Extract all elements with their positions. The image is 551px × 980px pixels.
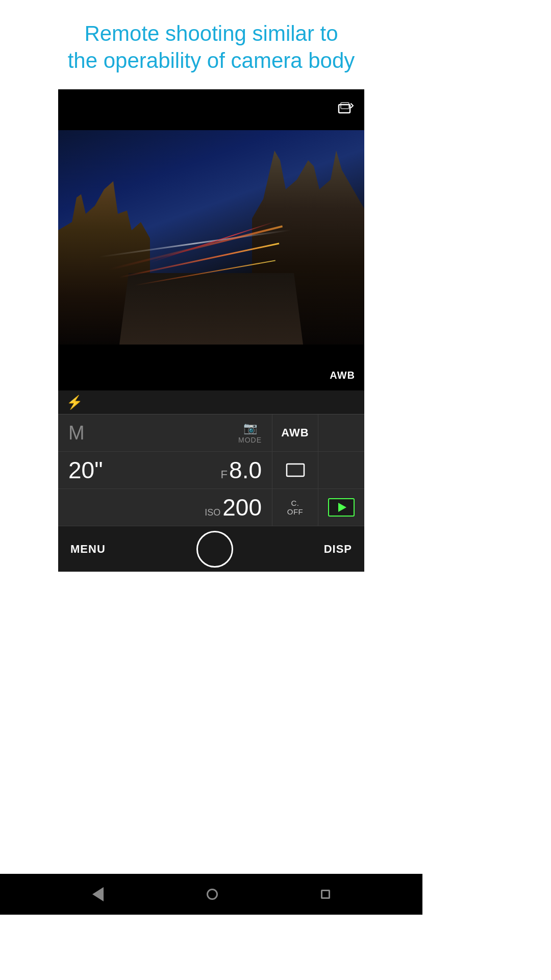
svg-rect-2 [287,464,304,476]
aperture-group: F 8.0 [221,456,262,484]
top-bar [58,89,364,130]
aperture-f-label: F [221,468,228,481]
controls-grid: M 📷 MODE AWB 20" F 8.0 [58,414,364,526]
android-nav-bar [0,874,422,915]
play-button[interactable] [318,489,364,526]
mode-row: M 📷 MODE AWB [58,414,364,452]
mode-main[interactable]: M 📷 MODE [58,414,272,451]
mode-text: MODE [238,436,262,444]
nav-home-button[interactable] [207,889,218,900]
awb-label: AWB [281,426,309,439]
road [119,273,303,345]
coff-display: C. OFF [287,499,304,516]
awb-overlay-label: AWB [330,370,355,381]
viewfinder-bottom-bar: AWB [58,345,364,390]
bottom-controls: MENU DISP [58,526,364,572]
frame-button[interactable] [272,452,318,488]
viewfinder-area: AWB [58,89,364,390]
flash-icon: ⚡ [66,395,83,410]
flash-row: ⚡ [58,390,364,414]
iso-group: ISO 200 [205,494,262,521]
iso-row: ISO 200 C. OFF [58,489,364,526]
coff-button[interactable]: C. OFF [272,489,318,526]
mode-label: M [68,422,238,444]
iso-main[interactable]: ISO 200 [58,489,272,526]
aperture-value: 8.0 [229,456,262,484]
coff-off-text: OFF [287,507,304,516]
shutter-row: 20" F 8.0 [58,452,364,489]
iso-value: 200 [222,494,262,521]
svg-rect-1 [341,103,349,109]
camera-icon: 📷 [243,422,257,435]
shutter-button[interactable] [196,531,233,568]
menu-button[interactable]: MENU [70,543,106,556]
iso-label: ISO [205,507,220,518]
mode-icon-group: 📷 MODE [238,422,262,444]
headline-text: Remote shooting similar to the operabili… [0,0,422,89]
wb-side-empty [318,414,364,451]
rotate-icon[interactable] [337,101,355,119]
coff-text: C. [291,499,299,507]
headline-line1: Remote shooting similar to [84,21,338,45]
shutter-value: 20" [68,456,221,484]
headline-line2: the operability of camera body [68,48,355,72]
photo-preview [58,130,364,345]
nav-recents-button[interactable] [321,890,330,899]
shutter-main[interactable]: 20" F 8.0 [58,452,272,488]
nav-back-button[interactable] [92,887,104,901]
shutter-side-empty [318,452,364,488]
disp-button[interactable]: DISP [324,543,352,556]
wb-button[interactable]: AWB [272,414,318,451]
play-button-inner[interactable] [328,498,355,517]
camera-ui: AWB ⚡ M 📷 MODE AWB 20" [58,89,364,572]
play-triangle-icon [338,503,346,512]
